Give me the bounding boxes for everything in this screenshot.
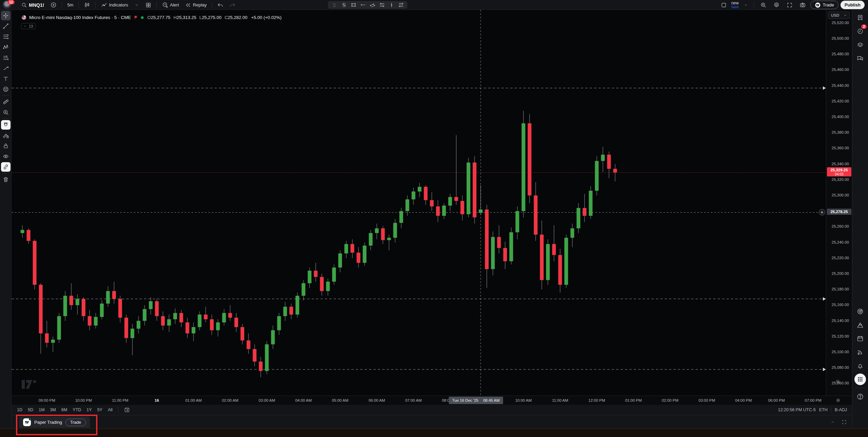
candle-down — [607, 155, 611, 169]
price-tick-label: 25,520.00 — [832, 21, 849, 25]
candle-down — [558, 255, 562, 285]
status-clock[interactable]: 12:20:56 PM UTC-5 — [778, 407, 816, 412]
range-button-6m[interactable]: 6M — [59, 406, 70, 414]
snapshot-button[interactable] — [797, 1, 808, 9]
fullscreen-button[interactable] — [784, 1, 795, 9]
crosshair-tool-button[interactable] — [1, 11, 11, 20]
fib-retracement-tool-button[interactable] — [1, 32, 11, 41]
chart-pane[interactable]: Micro E-mini Nasdaq-100 Index Futures · … — [12, 10, 826, 396]
indicators-dropdown-arrow[interactable] — [132, 1, 142, 9]
range-button-5y[interactable]: 5Y — [94, 406, 105, 414]
remove-drawings-button[interactable] — [1, 175, 11, 184]
help-button[interactable] — [854, 391, 866, 402]
chat-button[interactable] — [854, 53, 866, 64]
time-tick-label: 07:00 AM — [405, 398, 422, 402]
notifications-button[interactable] — [854, 360, 866, 372]
zoom-in-tool-button[interactable] — [1, 108, 11, 117]
apps-button[interactable] — [854, 374, 866, 385]
range-button-ytd[interactable]: YTD — [70, 406, 84, 414]
calendar-button[interactable] — [854, 333, 866, 344]
range-button-1m[interactable]: 1M — [36, 406, 47, 414]
time-axis-settings-icon[interactable] — [835, 398, 841, 403]
publish-button[interactable]: Publish — [841, 1, 865, 9]
range-button-all[interactable]: All — [105, 406, 115, 414]
measure-tool-button[interactable] — [1, 97, 11, 107]
time-axis[interactable]: Tue 16 Dec '25 08:45 AM 09:00 PM10:00 PM… — [12, 396, 852, 405]
undo-icon — [217, 2, 223, 8]
currency-selector[interactable]: USD — [828, 12, 850, 19]
emoji-tool-button[interactable] — [1, 84, 11, 94]
symbol-title[interactable]: Micro E-mini Nasdaq-100 Index Futures · … — [29, 15, 131, 20]
screener-button[interactable] — [854, 306, 866, 317]
multi-lines-tool-icon[interactable] — [396, 1, 405, 8]
forecast-tool-button[interactable] — [1, 53, 11, 62]
panel-collapse-chevron-icon[interactable] — [830, 419, 835, 425]
candle-up — [21, 230, 24, 233]
panel-trade-button[interactable]: Trade — [66, 419, 86, 426]
red-flag-icon[interactable] — [133, 15, 138, 20]
undo-button[interactable] — [215, 1, 226, 9]
object-tree-button[interactable] — [854, 39, 866, 51]
symbol-search-button[interactable]: MNQ1! — [19, 1, 47, 9]
magnet-mode-button[interactable] — [1, 120, 11, 130]
alerts-button[interactable]: 2 — [854, 25, 866, 37]
hide-drawings-button[interactable] — [1, 152, 11, 161]
fib-lines-tool-icon[interactable] — [377, 1, 386, 8]
trend-line-tool-button[interactable] — [1, 21, 11, 31]
candle-down — [33, 241, 37, 285]
candle-up — [51, 340, 55, 343]
sync-drawings-button[interactable] — [1, 162, 11, 172]
parallel-channel-tool-icon[interactable] — [368, 1, 377, 8]
price-axis[interactable]: USD 25,329.25 04:03 25,278.25 + 25,520.0… — [826, 10, 852, 396]
horizontal-line-tool-icon[interactable] — [358, 1, 367, 8]
session-toggle[interactable]: ETH — [819, 407, 828, 412]
adjustment-toggle[interactable]: B-ADJ — [835, 407, 847, 412]
ideas-button[interactable] — [854, 319, 866, 331]
settings-button[interactable] — [771, 1, 782, 9]
quick-search-button[interactable] — [758, 1, 769, 9]
candle-down — [27, 230, 31, 241]
range-button-1y[interactable]: 1Y — [84, 406, 94, 414]
range-button-1d[interactable]: 1D — [14, 406, 25, 414]
news-feed-button[interactable] — [854, 346, 866, 358]
vertical-line-tool-icon[interactable] — [387, 1, 396, 8]
candle-up — [467, 163, 470, 214]
text-tool-button[interactable] — [1, 74, 11, 83]
candle-up — [57, 316, 61, 340]
replay-button[interactable]: Replay — [183, 1, 209, 9]
candle-up — [571, 228, 574, 238]
go-to-date-button[interactable] — [121, 405, 133, 414]
vertical-lines-tool-icon[interactable] — [339, 1, 348, 8]
range-button-5d[interactable]: 5D — [25, 406, 36, 414]
chart-style-button[interactable] — [81, 1, 93, 9]
trade-button[interactable]: Trade — [810, 1, 838, 9]
save-layout-button[interactable]: new Save — [731, 1, 739, 9]
indicators-button[interactable]: Indicators — [98, 1, 130, 9]
range-button-3m[interactable]: 3M — [47, 406, 58, 414]
brush-tool-button[interactable] — [1, 63, 11, 73]
indicators-collapse-badge[interactable]: 13 — [21, 23, 36, 29]
time-tick-label: 06:00 AM — [369, 398, 385, 402]
tradingview-watermark — [21, 379, 37, 391]
user-avatar[interactable]: 12 — [3, 1, 11, 9]
candle-up — [393, 223, 397, 238]
watchlist-button[interactable] — [854, 12, 866, 23]
drawing-mode-button[interactable] — [1, 131, 11, 140]
pattern-tool-button[interactable] — [1, 42, 11, 52]
layout-dropdown-arrow[interactable] — [741, 1, 751, 9]
redo-button[interactable] — [227, 1, 238, 9]
paper-trading-tab[interactable]: Paper Trading Trade — [19, 417, 90, 428]
drag-handle[interactable] — [330, 1, 339, 8]
add-symbol-button[interactable] — [48, 1, 59, 9]
price-tick-label: 25,140.00 — [832, 319, 849, 323]
panel-maximize-icon[interactable] — [842, 419, 847, 425]
layout-select-button[interactable] — [718, 1, 729, 9]
lock-drawings-button[interactable] — [1, 141, 11, 151]
alert-button[interactable]: Alert — [160, 1, 182, 9]
ohlc-values: O25,277.75H25,313.25L25,275.00C25,282.00 — [147, 15, 247, 20]
candle-down — [247, 340, 251, 349]
alerts-count-badge: 2 — [861, 24, 867, 29]
indicator-templates-button[interactable] — [143, 1, 154, 9]
interval-button[interactable]: 5m — [65, 1, 76, 9]
rectangle-tool-icon[interactable] — [349, 1, 358, 8]
